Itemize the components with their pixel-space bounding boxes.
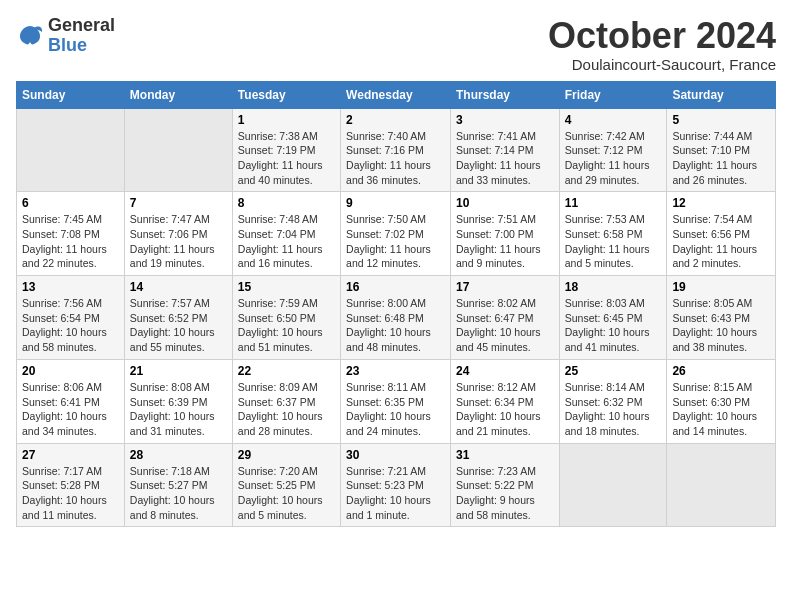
day-number: 13: [22, 280, 119, 294]
calendar-cell: 24Sunrise: 8:12 AMSunset: 6:34 PMDayligh…: [450, 359, 559, 443]
day-info: Sunrise: 8:00 AMSunset: 6:48 PMDaylight:…: [346, 296, 445, 355]
day-number: 7: [130, 196, 227, 210]
day-info: Sunrise: 7:42 AMSunset: 7:12 PMDaylight:…: [565, 129, 662, 188]
title-block: October 2024 Doulaincourt-Saucourt, Fran…: [548, 16, 776, 73]
day-number: 30: [346, 448, 445, 462]
day-info: Sunrise: 7:47 AMSunset: 7:06 PMDaylight:…: [130, 212, 227, 271]
day-number: 8: [238, 196, 335, 210]
day-number: 21: [130, 364, 227, 378]
calendar-cell: 27Sunrise: 7:17 AMSunset: 5:28 PMDayligh…: [17, 443, 125, 527]
day-number: 23: [346, 364, 445, 378]
day-number: 29: [238, 448, 335, 462]
day-number: 27: [22, 448, 119, 462]
calendar-week-3: 13Sunrise: 7:56 AMSunset: 6:54 PMDayligh…: [17, 276, 776, 360]
day-info: Sunrise: 7:50 AMSunset: 7:02 PMDaylight:…: [346, 212, 445, 271]
day-number: 1: [238, 113, 335, 127]
weekday-header-monday: Monday: [124, 81, 232, 108]
calendar-cell: 20Sunrise: 8:06 AMSunset: 6:41 PMDayligh…: [17, 359, 125, 443]
calendar-cell: 2Sunrise: 7:40 AMSunset: 7:16 PMDaylight…: [341, 108, 451, 192]
calendar-week-2: 6Sunrise: 7:45 AMSunset: 7:08 PMDaylight…: [17, 192, 776, 276]
logo-blue: Blue: [48, 36, 115, 56]
calendar-cell: 29Sunrise: 7:20 AMSunset: 5:25 PMDayligh…: [232, 443, 340, 527]
day-number: 14: [130, 280, 227, 294]
logo-text: General Blue: [48, 16, 115, 56]
day-info: Sunrise: 7:38 AMSunset: 7:19 PMDaylight:…: [238, 129, 335, 188]
calendar-cell: 1Sunrise: 7:38 AMSunset: 7:19 PMDaylight…: [232, 108, 340, 192]
day-number: 31: [456, 448, 554, 462]
day-info: Sunrise: 8:15 AMSunset: 6:30 PMDaylight:…: [672, 380, 770, 439]
calendar-cell: 16Sunrise: 8:00 AMSunset: 6:48 PMDayligh…: [341, 276, 451, 360]
calendar-week-1: 1Sunrise: 7:38 AMSunset: 7:19 PMDaylight…: [17, 108, 776, 192]
day-info: Sunrise: 8:14 AMSunset: 6:32 PMDaylight:…: [565, 380, 662, 439]
day-info: Sunrise: 7:56 AMSunset: 6:54 PMDaylight:…: [22, 296, 119, 355]
month-title: October 2024: [548, 16, 776, 56]
day-number: 4: [565, 113, 662, 127]
calendar-cell: 25Sunrise: 8:14 AMSunset: 6:32 PMDayligh…: [559, 359, 667, 443]
day-number: 19: [672, 280, 770, 294]
calendar-cell: 17Sunrise: 8:02 AMSunset: 6:47 PMDayligh…: [450, 276, 559, 360]
calendar-cell: 11Sunrise: 7:53 AMSunset: 6:58 PMDayligh…: [559, 192, 667, 276]
day-info: Sunrise: 8:12 AMSunset: 6:34 PMDaylight:…: [456, 380, 554, 439]
day-number: 20: [22, 364, 119, 378]
day-info: Sunrise: 7:48 AMSunset: 7:04 PMDaylight:…: [238, 212, 335, 271]
day-info: Sunrise: 8:02 AMSunset: 6:47 PMDaylight:…: [456, 296, 554, 355]
weekday-header-saturday: Saturday: [667, 81, 776, 108]
calendar-cell: 26Sunrise: 8:15 AMSunset: 6:30 PMDayligh…: [667, 359, 776, 443]
day-info: Sunrise: 8:09 AMSunset: 6:37 PMDaylight:…: [238, 380, 335, 439]
calendar-table: SundayMondayTuesdayWednesdayThursdayFrid…: [16, 81, 776, 528]
calendar-cell: 15Sunrise: 7:59 AMSunset: 6:50 PMDayligh…: [232, 276, 340, 360]
calendar-cell: [559, 443, 667, 527]
calendar-cell: 22Sunrise: 8:09 AMSunset: 6:37 PMDayligh…: [232, 359, 340, 443]
calendar-cell: 23Sunrise: 8:11 AMSunset: 6:35 PMDayligh…: [341, 359, 451, 443]
day-number: 22: [238, 364, 335, 378]
day-number: 9: [346, 196, 445, 210]
calendar-week-4: 20Sunrise: 8:06 AMSunset: 6:41 PMDayligh…: [17, 359, 776, 443]
day-number: 16: [346, 280, 445, 294]
calendar-week-5: 27Sunrise: 7:17 AMSunset: 5:28 PMDayligh…: [17, 443, 776, 527]
calendar-cell: 19Sunrise: 8:05 AMSunset: 6:43 PMDayligh…: [667, 276, 776, 360]
calendar-cell: [667, 443, 776, 527]
calendar-cell: 31Sunrise: 7:23 AMSunset: 5:22 PMDayligh…: [450, 443, 559, 527]
calendar-cell: 13Sunrise: 7:56 AMSunset: 6:54 PMDayligh…: [17, 276, 125, 360]
day-info: Sunrise: 8:08 AMSunset: 6:39 PMDaylight:…: [130, 380, 227, 439]
day-info: Sunrise: 8:11 AMSunset: 6:35 PMDaylight:…: [346, 380, 445, 439]
day-number: 10: [456, 196, 554, 210]
day-info: Sunrise: 8:05 AMSunset: 6:43 PMDaylight:…: [672, 296, 770, 355]
day-info: Sunrise: 7:51 AMSunset: 7:00 PMDaylight:…: [456, 212, 554, 271]
calendar-cell: 8Sunrise: 7:48 AMSunset: 7:04 PMDaylight…: [232, 192, 340, 276]
day-info: Sunrise: 8:03 AMSunset: 6:45 PMDaylight:…: [565, 296, 662, 355]
day-info: Sunrise: 7:57 AMSunset: 6:52 PMDaylight:…: [130, 296, 227, 355]
weekday-header-row: SundayMondayTuesdayWednesdayThursdayFrid…: [17, 81, 776, 108]
logo-bird-icon: [16, 22, 44, 50]
logo-general: General: [48, 16, 115, 36]
day-info: Sunrise: 7:20 AMSunset: 5:25 PMDaylight:…: [238, 464, 335, 523]
calendar-cell: 5Sunrise: 7:44 AMSunset: 7:10 PMDaylight…: [667, 108, 776, 192]
weekday-header-tuesday: Tuesday: [232, 81, 340, 108]
calendar-cell: 28Sunrise: 7:18 AMSunset: 5:27 PMDayligh…: [124, 443, 232, 527]
calendar-cell: 10Sunrise: 7:51 AMSunset: 7:00 PMDayligh…: [450, 192, 559, 276]
location-title: Doulaincourt-Saucourt, France: [548, 56, 776, 73]
calendar-cell: 18Sunrise: 8:03 AMSunset: 6:45 PMDayligh…: [559, 276, 667, 360]
day-info: Sunrise: 7:44 AMSunset: 7:10 PMDaylight:…: [672, 129, 770, 188]
day-number: 25: [565, 364, 662, 378]
calendar-cell: 4Sunrise: 7:42 AMSunset: 7:12 PMDaylight…: [559, 108, 667, 192]
calendar-cell: 30Sunrise: 7:21 AMSunset: 5:23 PMDayligh…: [341, 443, 451, 527]
calendar-cell: 6Sunrise: 7:45 AMSunset: 7:08 PMDaylight…: [17, 192, 125, 276]
calendar-cell: 12Sunrise: 7:54 AMSunset: 6:56 PMDayligh…: [667, 192, 776, 276]
day-info: Sunrise: 7:54 AMSunset: 6:56 PMDaylight:…: [672, 212, 770, 271]
calendar-cell: 14Sunrise: 7:57 AMSunset: 6:52 PMDayligh…: [124, 276, 232, 360]
day-info: Sunrise: 7:59 AMSunset: 6:50 PMDaylight:…: [238, 296, 335, 355]
day-info: Sunrise: 8:06 AMSunset: 6:41 PMDaylight:…: [22, 380, 119, 439]
weekday-header-sunday: Sunday: [17, 81, 125, 108]
day-info: Sunrise: 7:41 AMSunset: 7:14 PMDaylight:…: [456, 129, 554, 188]
day-number: 6: [22, 196, 119, 210]
day-number: 28: [130, 448, 227, 462]
weekday-header-thursday: Thursday: [450, 81, 559, 108]
day-info: Sunrise: 7:23 AMSunset: 5:22 PMDaylight:…: [456, 464, 554, 523]
calendar-cell: [124, 108, 232, 192]
day-info: Sunrise: 7:17 AMSunset: 5:28 PMDaylight:…: [22, 464, 119, 523]
weekday-header-friday: Friday: [559, 81, 667, 108]
day-number: 15: [238, 280, 335, 294]
logo: General Blue: [16, 16, 115, 56]
day-number: 2: [346, 113, 445, 127]
